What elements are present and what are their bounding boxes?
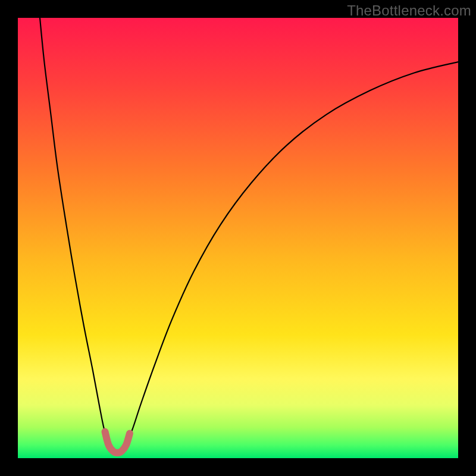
chart-frame [18,18,458,458]
chart-background [18,18,458,458]
watermark-text: TheBottleneck.com [347,2,471,19]
bottleneck-chart [18,18,458,458]
